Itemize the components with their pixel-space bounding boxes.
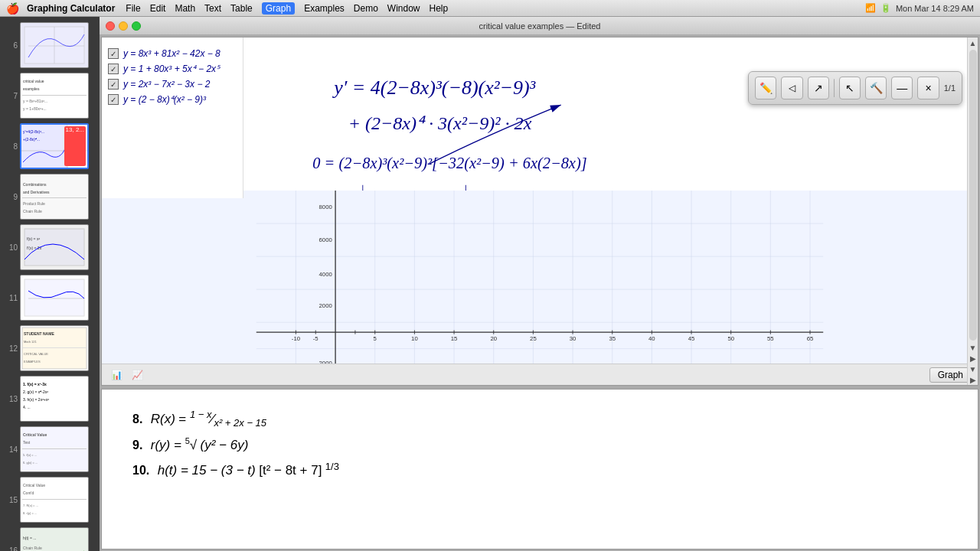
svg-rect-35: [22, 448, 87, 449]
svg-text:CRITICAL VALUE: CRITICAL VALUE: [24, 352, 48, 356]
sidebar-item-6[interactable]: 6: [4, 22, 96, 68]
eq-checkbox-1[interactable]: [108, 64, 119, 74]
minimize-button[interactable]: [119, 21, 128, 31]
prob-eq-8: =: [178, 412, 190, 426]
minimize-toolbar[interactable]: —: [891, 77, 913, 99]
svg-text:25: 25: [530, 335, 537, 342]
svg-text:examples: examples: [23, 86, 40, 91]
svg-rect-5: [22, 95, 87, 96]
graph-bottom-toolbar: 📊 📈 Graph: [102, 364, 978, 385]
menu-edit[interactable]: Edit: [150, 3, 166, 14]
svg-text:30: 30: [570, 335, 577, 342]
arrow-tool[interactable]: ↗: [808, 77, 829, 99]
menu-window[interactable]: Window: [387, 3, 420, 14]
menu-table[interactable]: Table: [230, 3, 253, 14]
graph-button[interactable]: Graph: [929, 367, 972, 383]
close-toolbar[interactable]: ×: [917, 77, 939, 99]
sidebar-item-12[interactable]: 12 STUDENT NAME Math 121 CRITICAL VALUE …: [4, 325, 96, 371]
equation-row-1[interactable]: y = 1 + 80x³ + 5x⁴ − 2x⁵: [108, 64, 237, 74]
eq-text-0: y = 8x³ + 81x² − 42x − 8: [123, 48, 220, 59]
equation-row-2[interactable]: y = 2x³ − 7x² − 3x − 2: [108, 79, 237, 90]
svg-text:3. h(x) = 2x³+x²: 3. h(x) = 2x³+x²: [23, 397, 49, 402]
svg-text:y′ = 4(2−8x)³(−8)(x²−9)³: y′ = 4(2−8x)³(−8)(x²−9)³: [332, 77, 536, 99]
menu-help[interactable]: Help: [430, 3, 449, 14]
problem-8: 8. R(x) = 1 − x⁄x² + 2x − 15: [132, 409, 947, 429]
svg-text:critical value: critical value: [23, 79, 44, 83]
eq-checkbox-3[interactable]: [108, 94, 119, 105]
cursor-tool[interactable]: ↖: [839, 77, 861, 99]
graph-area[interactable]: -10 -5 5 10 15 20 25 30 35 40 45 50: [102, 191, 978, 385]
svg-text:Test: Test: [23, 440, 31, 445]
svg-text:8. r(y) = ...: 8. r(y) = ...: [23, 511, 37, 515]
sidebar-item-14[interactable]: 14 Critical Value Test 5. f(x) = ... 6. …: [4, 426, 96, 472]
scroll-expand[interactable]: ▶: [968, 353, 978, 364]
svg-rect-15: [22, 197, 87, 198]
eq-text-2: y = 2x³ − 7x² − 3x − 2: [123, 79, 210, 90]
system-status: 📶 🔋 Mon Mar 14 8:29 AM: [865, 3, 974, 13]
eraser-tool[interactable]: ◁: [781, 77, 802, 99]
sidebar-item-15[interactable]: 15 Critical Value Cont'd 7. R(x) = ... 8…: [4, 477, 96, 523]
svg-text:5. f(x) = ...: 5. f(x) = ...: [23, 453, 37, 457]
scroll-up[interactable]: ▲: [968, 37, 978, 48]
svg-text:Cont'd: Cont'd: [23, 491, 34, 495]
svg-text:2000: 2000: [319, 302, 332, 309]
svg-text:15: 15: [451, 335, 458, 342]
menu-demo[interactable]: Demo: [354, 3, 378, 14]
separator: [834, 79, 835, 97]
eq-text-1: y = 1 + 80x³ + 5x⁴ − 2x⁵: [123, 64, 220, 74]
svg-text:y'=4(2-8x)³...: y'=4(2-8x)³...: [23, 129, 44, 134]
svg-text:4. ...: 4. ...: [23, 405, 31, 409]
svg-text:Chain Rule: Chain Rule: [23, 209, 42, 214]
svg-rect-59: [256, 191, 823, 385]
pencil-tool[interactable]: ✏️: [755, 77, 776, 99]
svg-text:6000: 6000: [319, 236, 332, 243]
menu-examples[interactable]: Examples: [304, 3, 345, 14]
eq-checkbox-0[interactable]: [108, 48, 119, 59]
menu-graph[interactable]: Graph: [262, 2, 295, 15]
page-counter: 1/1: [944, 83, 956, 93]
sidebar-item-16[interactable]: 16 h(t) = ... Chain Rule: [4, 527, 96, 551]
svg-text:-10: -10: [292, 335, 300, 342]
sidebar-item-9[interactable]: 9 Combinations and Derivatives Product R…: [4, 174, 96, 220]
maximize-button[interactable]: [132, 21, 141, 31]
svg-text:50: 50: [727, 335, 734, 342]
svg-text:Combinations: Combinations: [23, 182, 47, 187]
svg-text:Chain Rule: Chain Rule: [23, 546, 42, 550]
svg-rect-40: [22, 499, 87, 500]
zoom-icon[interactable]: 📊: [108, 368, 126, 382]
prob-num-9: 9.: [132, 439, 142, 452]
menu-math[interactable]: Math: [175, 3, 195, 14]
sidebar-item-7[interactable]: 7 critical value examples y = 8x³+81x²..…: [4, 73, 96, 119]
menu-text[interactable]: Text: [204, 3, 221, 14]
menu-bar: 🍎 Graphing Calculator File Edit Math Tex…: [0, 0, 980, 17]
svg-text:10: 10: [411, 335, 418, 342]
svg-text:Product Rule: Product Rule: [23, 201, 45, 206]
equation-row-0[interactable]: y = 8x³ + 81x² − 42x − 8: [108, 48, 237, 59]
problem-9: 9. r(y) = 5√ (y² − 6y): [132, 436, 947, 453]
menu-file[interactable]: File: [126, 3, 140, 14]
sidebar-item-13[interactable]: 13 1. f(x) = x³-3x 2. g(x) = x⁴-2x² 3. h…: [4, 376, 96, 422]
app-name: Graphing Calculator: [27, 3, 115, 14]
scroll-track[interactable]: [969, 50, 977, 341]
sidebar-item-10[interactable]: 10 f(x) = x² f'(x) = 2x: [4, 224, 96, 270]
scroll-down-2[interactable]: ▼: [968, 364, 978, 374]
graph-svg: -10 -5 5 10 15 20 25 30 35 40 45 50: [102, 191, 978, 385]
svg-text:y = 8x³+81x²...: y = 8x³+81x²...: [23, 99, 47, 103]
svg-text:EXAMPLES: EXAMPLES: [24, 360, 41, 364]
svg-text:y = 1+80x³+...: y = 1+80x³+...: [23, 106, 47, 111]
svg-text:f(x) = x²: f(x) = x²: [27, 236, 40, 241]
scroll-expand-2[interactable]: ▶: [968, 374, 978, 385]
close-button[interactable]: [106, 21, 115, 31]
right-scrollbar[interactable]: ▲ ▼ ▶ ▼ ▶: [967, 37, 978, 385]
hammer-tool[interactable]: 🔨: [865, 77, 887, 99]
equation-row-3[interactable]: y = (2 − 8x)⁴(x² − 9)³: [108, 94, 237, 105]
prob-label-8: R: [151, 412, 160, 426]
svg-text:40: 40: [648, 335, 655, 342]
sidebar-item-11[interactable]: 11: [4, 275, 96, 321]
svg-text:h(t) = ...: h(t) = ...: [23, 536, 36, 540]
settings-icon[interactable]: 📈: [129, 368, 146, 382]
sidebar-item-8[interactable]: 8 y'=4(2-8x)³... +(2-8x)⁴... 13, 2...: [4, 123, 96, 169]
scroll-down[interactable]: ▼: [968, 342, 978, 353]
svg-text:65: 65: [807, 335, 814, 342]
eq-checkbox-2[interactable]: [108, 79, 119, 90]
